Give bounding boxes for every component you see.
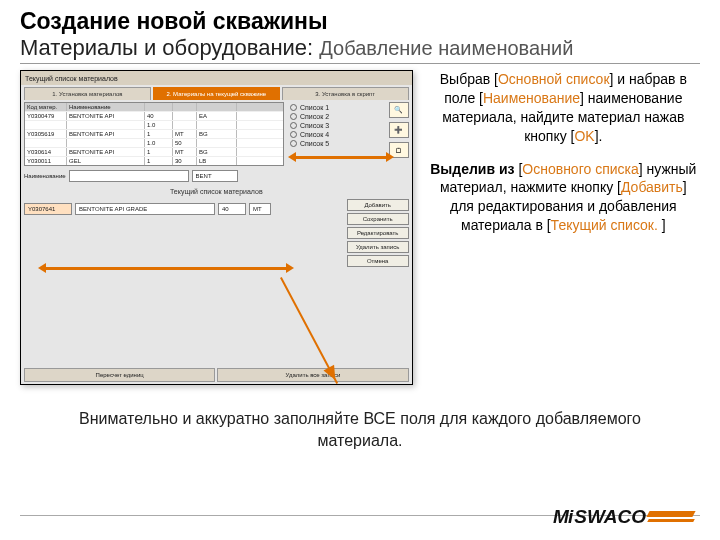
app-screenshot: Текущий список материалов 1. Установка м… [20,70,413,385]
col-c [197,103,237,111]
tab-2[interactable]: 2. Материалы на текущей скважине [153,87,280,100]
heading-sub: Добавление наименований [319,37,573,59]
add-icon[interactable]: ➕ [389,122,409,138]
section-label: Текущий список материалов [24,188,409,195]
col-b [173,103,197,111]
radio-opt[interactable]: Список 3 [290,122,383,129]
radio-opt[interactable]: Список 2 [290,113,383,120]
col-a [145,103,173,111]
add-button[interactable]: Добавить [347,199,409,211]
arrow-icon [291,156,391,159]
label-name: Наименование [24,173,66,179]
edit-button[interactable]: Редактировать [347,227,409,239]
radio-opt[interactable]: Список 5 [290,140,383,147]
tab-3[interactable]: 3. Установка в скрипт [282,87,409,100]
search-icon[interactable]: 🔍 [389,102,409,118]
code-field[interactable]: BENT [192,170,238,182]
bottom-tab-2[interactable]: Удалить все записи [217,368,408,382]
bottom-tab-1[interactable]: Пересчет единиц [24,368,215,382]
name-field[interactable] [69,170,189,182]
action-buttons: Добавить Сохранить Редактировать Удалить… [347,199,409,267]
edit-v2[interactable]: MT [249,203,271,215]
col-name: Наименование [67,103,145,111]
del-button[interactable]: Удалить запись [347,241,409,253]
logo: MiSWACO [553,506,694,528]
radio-opt[interactable]: Список 1 [290,104,383,111]
save-button[interactable]: Сохранить [347,213,409,225]
arrow-icon [41,267,291,270]
instructions: Выбрав [Основной список] и набрав в поле… [427,70,700,385]
top-tabs: 1. Установка материалов 2. Материалы на … [21,85,412,99]
footnote: Внимательно и аккуратно заполняйте ВСЕ п… [40,408,680,451]
heading-2: Материалы и оборудование: [20,35,319,60]
divider [20,63,700,64]
cancel-button[interactable]: Отмена [347,255,409,267]
edit-v1[interactable]: 40 [218,203,246,215]
tab-1[interactable]: 1. Установка материалов [24,87,151,100]
logo-swoosh-icon [648,508,694,526]
col-code: Код матер. [25,103,67,111]
edit-name[interactable]: BENTONITE API GRADE [75,203,215,215]
edit-code[interactable]: Y0307641 [24,203,72,215]
window-titlebar: Текущий список материалов [21,71,412,85]
heading-1: Создание новой скважины [20,8,700,35]
materials-table[interactable]: Код матер. Наименование Y0300479BENTONIT… [24,102,284,166]
radio-opt[interactable]: Список 4 [290,131,383,138]
